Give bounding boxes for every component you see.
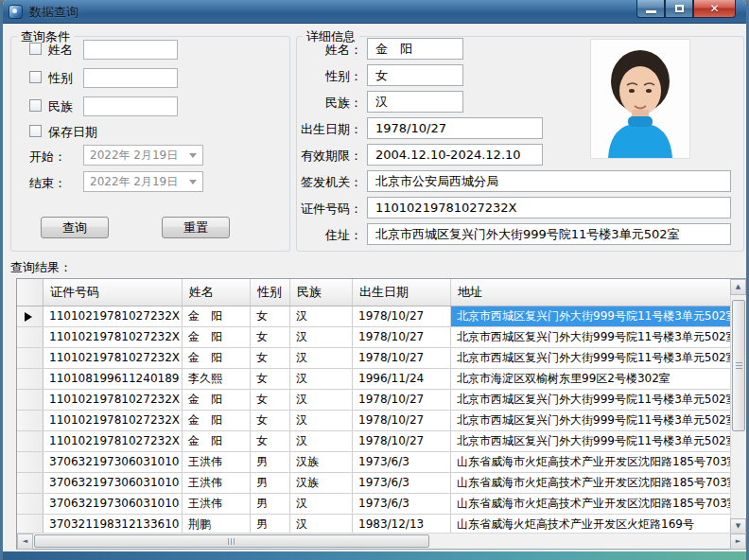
- titlebar[interactable]: 数据查询 ✕: [0, 0, 749, 24]
- column-header-1[interactable]: 证件号码: [44, 279, 183, 306]
- cell[interactable]: 1996/11/24: [353, 369, 451, 389]
- row-selector[interactable]: [17, 494, 44, 514]
- cell[interactable]: 汉: [290, 390, 353, 410]
- close-button[interactable]: ✕: [693, 0, 736, 18]
- cell[interactable]: 北京市西城区复兴门外大街999号院11号楼3单元502室: [451, 327, 732, 347]
- cell[interactable]: 李久熙: [183, 369, 251, 389]
- column-header-6[interactable]: 地址: [451, 279, 732, 306]
- row-selector[interactable]: [17, 452, 44, 472]
- cell[interactable]: 汉: [290, 306, 353, 326]
- selected-cell[interactable]: 北京市西城区复兴门外大街999号院11号楼3单元502室: [451, 306, 732, 326]
- minimize-button[interactable]: [636, 0, 665, 18]
- table-row[interactable]: 370321198312133610荆鹏男汉1983/12/13山东省威海火炬高…: [17, 515, 732, 534]
- scroll-right-icon[interactable]: ►: [730, 534, 746, 550]
- table-row[interactable]: 11010219781027232X金 阳女汉1978/10/27北京市西城区复…: [17, 411, 732, 431]
- table-row[interactable]: 370632197306031010王洪伟男汉族1973/6/3山东省威海市火炬…: [17, 473, 732, 494]
- gender-checkbox[interactable]: [29, 71, 42, 83]
- row-selector[interactable]: [17, 306, 44, 326]
- vertical-scrollbar[interactable]: ▲ ▼: [730, 279, 746, 534]
- cell[interactable]: 1978/10/27: [353, 431, 451, 451]
- column-header-2[interactable]: 姓名: [183, 279, 251, 306]
- cell[interactable]: 1973/6/3: [353, 494, 451, 514]
- gender-input[interactable]: [83, 68, 178, 88]
- cell[interactable]: 金 阳: [183, 327, 251, 347]
- cell[interactable]: 王洪伟: [183, 473, 251, 493]
- cell[interactable]: 金 阳: [183, 431, 251, 451]
- cell[interactable]: 11010219781027232X: [44, 348, 183, 368]
- cell[interactable]: 汉族: [290, 473, 353, 493]
- cell[interactable]: 北京市西城区复兴门外大街999号院11号楼3单元502室: [451, 390, 732, 410]
- cell[interactable]: 汉: [290, 411, 353, 430]
- ethnicity-checkbox[interactable]: [29, 99, 42, 112]
- cell[interactable]: 汉: [290, 494, 353, 514]
- cell[interactable]: 金 阳: [183, 411, 251, 430]
- cell[interactable]: 山东省威海市火炬高技术产业开发区沈阳路185号703室: [451, 452, 732, 472]
- cell[interactable]: 山东省威海市火炬高技术产业开发区沈阳路185号703室: [451, 494, 732, 514]
- row-selector[interactable]: [17, 327, 44, 347]
- cell[interactable]: 汉: [290, 515, 353, 534]
- scroll-up-icon[interactable]: ▲: [730, 279, 746, 295]
- row-selector[interactable]: [17, 515, 44, 534]
- save-date-checkbox[interactable]: [29, 125, 42, 137]
- cell[interactable]: 女: [251, 411, 290, 430]
- row-selector[interactable]: [17, 411, 44, 430]
- cell[interactable]: 1978/10/27: [353, 348, 451, 368]
- cell[interactable]: 荆鹏: [183, 515, 251, 534]
- row-selector[interactable]: [17, 369, 44, 389]
- row-selector[interactable]: [17, 348, 44, 368]
- horizontal-scroll-thumb[interactable]: [34, 534, 429, 548]
- cell[interactable]: 汉: [290, 431, 353, 451]
- cell[interactable]: 370632197306031010: [44, 452, 183, 472]
- cell[interactable]: 1978/10/27: [353, 390, 451, 410]
- cell[interactable]: 男: [251, 452, 290, 472]
- table-row[interactable]: 370632197306031010王洪伟男汉1973/6/3山东省威海市火炬高…: [17, 494, 732, 515]
- cell[interactable]: 11010219781027232X: [44, 431, 183, 451]
- table-row[interactable]: 370632197306031010王洪伟男汉族1973/6/3山东省威海市火炬…: [17, 452, 732, 473]
- maximize-button[interactable]: [665, 0, 693, 18]
- cell[interactable]: 王洪伟: [183, 494, 251, 514]
- cell[interactable]: 金 阳: [183, 390, 251, 410]
- cell[interactable]: 汉族: [290, 452, 353, 472]
- cell[interactable]: 金 阳: [183, 348, 251, 368]
- cell[interactable]: 北京市海淀区双榆树东里99区2号楼302室: [451, 369, 732, 389]
- cell[interactable]: 北京市西城区复兴门外大街999号院11号楼3单元502室: [451, 431, 732, 451]
- row-selector[interactable]: [17, 390, 44, 410]
- cell[interactable]: 1978/10/27: [353, 327, 451, 347]
- table-row[interactable]: 110108199611240189李久熙女汉1996/11/24北京市海淀区双…: [17, 369, 732, 390]
- cell[interactable]: 11010219781027232X: [44, 327, 183, 347]
- cell[interactable]: 11010219781027232X: [44, 306, 183, 326]
- horizontal-scrollbar[interactable]: ◄ ►: [17, 533, 746, 549]
- table-row[interactable]: 11010219781027232X金 阳女汉1978/10/27北京市西城区复…: [17, 327, 732, 348]
- cell[interactable]: 山东省威海市火炬高技术产业开发区沈阳路185号703室: [451, 473, 732, 493]
- cell[interactable]: 11010219781027232X: [44, 390, 183, 410]
- cell[interactable]: 370321198312133610: [44, 515, 183, 534]
- cell[interactable]: 男: [251, 515, 290, 534]
- table-row[interactable]: 11010219781027232X金 阳女汉1978/10/27北京市西城区复…: [17, 390, 732, 411]
- cell[interactable]: 金 阳: [183, 306, 251, 326]
- column-header-5[interactable]: 出生日期: [353, 279, 451, 306]
- cell[interactable]: 男: [251, 473, 290, 493]
- cell[interactable]: 山东省威海火炬高技术产业开发区火炬路169号: [451, 515, 732, 534]
- cell[interactable]: 汉: [290, 369, 353, 389]
- cell[interactable]: 370632197306031010: [44, 494, 183, 514]
- cell[interactable]: 男: [251, 494, 290, 514]
- cell[interactable]: 1983/12/13: [353, 515, 451, 534]
- cell[interactable]: 女: [251, 348, 290, 368]
- column-header-4[interactable]: 民族: [290, 279, 353, 306]
- query-button[interactable]: 查询: [41, 217, 109, 238]
- name-input[interactable]: [83, 40, 178, 60]
- reset-button[interactable]: 重置: [162, 217, 230, 238]
- row-selector[interactable]: [17, 473, 44, 493]
- cell[interactable]: 北京市西城区复兴门外大街999号院11号楼3单元502室: [451, 411, 732, 430]
- cell[interactable]: 11010219781027232X: [44, 411, 183, 430]
- scroll-left-icon[interactable]: ◄: [17, 534, 33, 550]
- table-row[interactable]: 11010219781027232X金 阳女汉1978/10/27北京市西城区复…: [17, 348, 732, 369]
- ethnicity-input[interactable]: [83, 96, 178, 116]
- cell[interactable]: 110108199611240189: [44, 369, 183, 389]
- cell[interactable]: 370632197306031010: [44, 473, 183, 493]
- end-date-picker[interactable]: 2022年 2月19日: [83, 171, 203, 192]
- cell[interactable]: 女: [251, 306, 290, 326]
- cell[interactable]: 1978/10/27: [353, 411, 451, 430]
- cell[interactable]: 王洪伟: [183, 452, 251, 472]
- cell[interactable]: 北京市西城区复兴门外大街999号院11号楼3单元502室: [451, 348, 732, 368]
